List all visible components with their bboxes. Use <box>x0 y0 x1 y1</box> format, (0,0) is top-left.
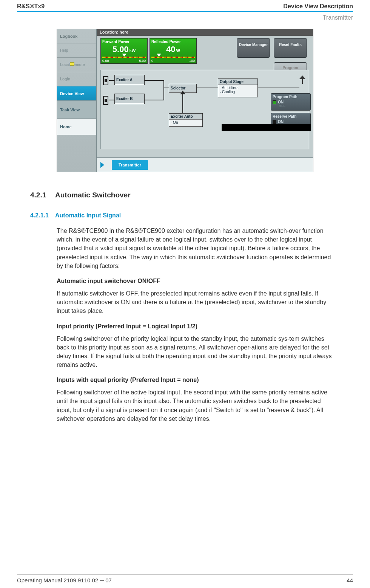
paragraph: Following switchover of the priority log… <box>57 334 336 369</box>
sidebar-item-device-view[interactable]: Device View <box>57 86 96 101</box>
wire <box>163 88 169 88</box>
heading-title: Automatic Switchover <box>55 191 131 199</box>
wire <box>258 88 299 88</box>
wire <box>182 93 183 113</box>
program-off-label: OFF <box>279 104 309 108</box>
rp-max: 100 <box>189 59 195 63</box>
wire <box>197 88 218 88</box>
forward-power-label: Forward Power <box>102 40 146 44</box>
header-right: Device View Description <box>283 3 353 10</box>
heading-number: 4.2.1 <box>30 191 55 199</box>
wire <box>145 100 163 100</box>
subhead-priority: Input priority (Preferred Input = Logica… <box>57 323 336 330</box>
program-path-panel[interactable]: Program Path ON OFF <box>271 93 311 111</box>
subhead-auto-onoff: Automatic input switchover ON/OFF <box>57 278 336 285</box>
sidebar-item-help[interactable]: Help <box>57 43 96 58</box>
program-path-title: Program Path <box>273 95 298 99</box>
forward-power-value: 5.00kW <box>102 45 146 54</box>
port-a-icon <box>103 76 108 85</box>
program-on-label: ON <box>278 100 284 104</box>
top-row: Forward Power 5.00kW 0.00 5.00 Reflected… <box>100 38 309 69</box>
forward-power-bar <box>102 57 146 58</box>
wire <box>145 80 163 81</box>
redaction-bar <box>222 124 311 131</box>
reflected-power-label: Reflected Power <box>151 40 195 44</box>
exciter-auto-block[interactable]: Exciter Auto - On <box>169 113 203 127</box>
sidebar-item-login[interactable]: Login <box>57 72 96 86</box>
antenna-icon <box>300 75 305 84</box>
wire <box>163 80 164 100</box>
led-on-icon <box>273 100 276 104</box>
footer-page-number: 44 <box>347 577 353 583</box>
rp-unit: W <box>176 48 180 53</box>
screenshot-figure: Logbook Help Local/Remote Login Device V… <box>57 29 313 172</box>
reserve-path-panel[interactable]: Reserve Path ON <box>271 113 311 126</box>
sidebar-item-local-remote[interactable]: Local/Remote <box>57 58 96 72</box>
reflected-power-value: 40W <box>151 45 195 54</box>
footer-left: Operating Manual 2109.9110.02 ─ 07 <box>17 577 112 583</box>
led-icon <box>273 120 276 124</box>
paragraph: The R&S®TCE900 in the R&S®TCE900 exciter… <box>57 226 336 270</box>
breadcrumb-arrow-icon <box>100 162 104 168</box>
exciter-a-label: Exciter A <box>115 75 144 84</box>
reflected-power-gauge[interactable]: Reflected Power 40W 0 100 <box>150 38 197 64</box>
sidebar: Logbook Help Local/Remote Login Device V… <box>57 29 97 172</box>
location-bar: Location: here <box>97 29 313 36</box>
forward-power-gauge[interactable]: Forward Power 5.00kW 0.00 5.00 <box>100 38 148 64</box>
sidebar-item-logbook[interactable]: Logbook <box>57 29 96 43</box>
device-view-screenshot: Logbook Help Local/Remote Login Device V… <box>57 29 313 172</box>
rp-number: 40 <box>166 45 175 54</box>
header-left: R&S®Tx9 <box>17 3 45 10</box>
output-line-amplifiers: - Amplifiers <box>220 86 256 90</box>
footer-wrap: Operating Manual 2109.9110.02 ─ 07 44 <box>0 574 370 583</box>
reflected-power-bar <box>151 57 195 58</box>
rp-min: 0 <box>151 59 153 63</box>
port-b-icon <box>103 96 108 105</box>
text-area: 4.2.1Automatic Switchover 4.2.1.1Automat… <box>0 191 370 423</box>
heading-4-2-1: 4.2.1Automatic Switchover <box>30 191 336 199</box>
sidebar-item-task-view[interactable]: Task View <box>57 101 96 119</box>
exciter-auto-state: - On <box>169 120 202 125</box>
output-stage-title: Output Stage <box>218 79 257 85</box>
output-stage-body: - Amplifiers - Cooling <box>218 85 257 95</box>
content-panel: Location: here Forward Power 5.00kW 0.00… <box>97 29 313 172</box>
forward-power-scale: 0.00 5.00 <box>102 59 146 63</box>
subhead-equal: Inputs with equal priority (Preferred In… <box>57 377 336 383</box>
output-line-cooling: - Cooling <box>220 90 256 94</box>
output-stage-block[interactable]: Output Stage - Amplifiers - Cooling <box>218 79 258 97</box>
wire <box>109 100 114 100</box>
fp-min: 0.00 <box>102 59 109 63</box>
subheader: Transmitter <box>0 12 370 29</box>
exciter-b-block[interactable]: Exciter B <box>114 94 145 104</box>
sub-number: 4.2.1.1 <box>30 212 55 219</box>
reset-faults-button[interactable]: Reset Faults <box>274 38 307 58</box>
tab-transmitter[interactable]: Transmitter <box>112 160 148 170</box>
fp-max: 5.00 <box>139 59 146 63</box>
paragraph: If automatic switchover is OFF, the pres… <box>57 289 336 316</box>
sub-title: Automatic Input Signal <box>55 212 121 219</box>
exciter-a-block[interactable]: Exciter A <box>114 75 145 85</box>
exciter-auto-title: Exciter Auto <box>169 114 202 120</box>
wire <box>109 80 114 81</box>
page-footer: Operating Manual 2109.9110.02 ─ 07 44 <box>0 575 370 583</box>
sidebar-item-home[interactable]: Home <box>57 119 96 135</box>
tab-row: Transmitter <box>97 157 313 172</box>
paragraph: Following switchover of the active logic… <box>57 388 336 423</box>
reserve-path-title: Reserve Path <box>273 114 296 119</box>
reserve-on-label: ON <box>278 120 284 124</box>
forward-power-number: 5.00 <box>113 45 129 54</box>
exciter-b-label: Exciter B <box>115 94 144 103</box>
forward-power-unit: kW <box>130 48 136 53</box>
device-manager-button[interactable]: Device Manager <box>237 38 270 58</box>
reflected-power-scale: 0 100 <box>151 59 195 63</box>
arrow-up-icon <box>180 91 185 94</box>
reflected-power-indicator-icon <box>157 54 161 57</box>
forward-power-indicator-icon <box>122 54 126 57</box>
page-header: R&S®Tx9 Device View Description <box>0 0 370 11</box>
heading-4-2-1-1: 4.2.1.1Automatic Input Signal <box>30 212 336 219</box>
